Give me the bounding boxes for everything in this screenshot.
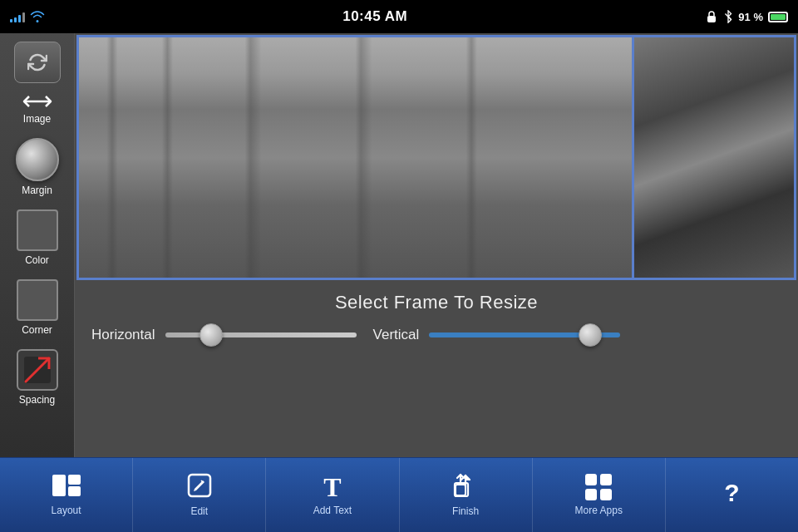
sidebar-item-margin[interactable]: Margin <box>0 131 75 203</box>
more-apps-icon <box>585 474 612 500</box>
color-swatch <box>17 209 58 251</box>
vertical-slider-track[interactable] <box>429 332 620 337</box>
svg-rect-5 <box>52 475 66 496</box>
image-icon <box>22 93 52 110</box>
sidebar: Image Margin Color Corner <box>0 33 75 457</box>
tab-more-apps-label: More Apps <box>575 505 623 516</box>
svg-rect-7 <box>68 486 81 496</box>
vertical-label: Vertical <box>373 327 420 343</box>
tab-add-text-label: Add Text <box>313 505 352 516</box>
help-icon: ? <box>724 480 739 505</box>
margin-label: Margin <box>22 185 52 196</box>
refresh-icon <box>27 52 47 72</box>
bluetooth-icon <box>723 10 733 23</box>
photo-frame-right[interactable] <box>632 37 794 278</box>
wifi-icon <box>30 11 45 22</box>
sidebar-item-corner[interactable]: Corner <box>0 273 75 342</box>
battery-icon <box>768 12 788 22</box>
vertical-slider-thumb[interactable] <box>579 323 602 347</box>
controls-area: Select Frame To Resize Horizontal Vertic… <box>75 282 798 457</box>
battery-percent: 91 % <box>738 11 763 23</box>
margin-knob <box>16 138 59 181</box>
signal-icon <box>10 11 25 22</box>
vertical-slider-group: Vertical <box>373 327 621 343</box>
photo-right-bg <box>634 37 794 278</box>
spacing-label: Spacing <box>19 394 55 406</box>
photo-frame-left[interactable] <box>79 37 632 278</box>
tab-finish[interactable]: Finish <box>400 458 533 532</box>
color-label: Color <box>25 254 49 266</box>
horizontal-label: Horizontal <box>91 327 155 343</box>
tab-help[interactable]: ? <box>666 458 798 532</box>
sidebar-item-image[interactable]: Image <box>0 86 75 131</box>
main-layout: Image Margin Color Corner <box>0 33 798 457</box>
photo-strip[interactable] <box>76 35 796 280</box>
corner-label: Corner <box>22 324 52 336</box>
tab-more-apps[interactable]: More Apps <box>533 458 666 532</box>
image-label: Image <box>23 113 51 125</box>
add-text-icon: T <box>323 474 341 500</box>
horizontal-slider-group: Horizontal <box>91 327 357 343</box>
sidebar-item-color[interactable]: Color <box>0 203 75 273</box>
horizontal-slider-track[interactable] <box>165 332 357 337</box>
svg-rect-0 <box>707 16 716 22</box>
finish-icon <box>453 473 478 501</box>
corner-icon <box>17 279 58 321</box>
tab-bar: Layout Edit T Add Text <box>0 457 798 532</box>
sidebar-item-spacing[interactable]: Spacing <box>0 342 75 412</box>
spacing-icon <box>17 349 58 391</box>
svg-rect-6 <box>68 475 81 485</box>
sliders-row: Horizontal Vertical <box>91 327 781 343</box>
tab-edit-label: Edit <box>190 505 208 517</box>
tab-edit[interactable]: Edit <box>133 458 266 532</box>
svg-rect-10 <box>456 485 466 495</box>
tab-layout-label: Layout <box>52 505 81 516</box>
status-right: 91 % <box>705 10 788 23</box>
layout-icon <box>52 474 81 500</box>
lock-icon <box>705 10 718 23</box>
canvas-area: Select Frame To Resize Horizontal Vertic… <box>75 33 798 457</box>
status-left <box>10 11 45 22</box>
select-frame-text: Select Frame To Resize <box>335 292 538 313</box>
edit-icon <box>187 473 212 501</box>
tab-layout[interactable]: Layout <box>0 458 133 532</box>
tab-add-text[interactable]: T Add Text <box>266 458 399 532</box>
tab-finish-label: Finish <box>452 505 479 517</box>
horizontal-slider-thumb[interactable] <box>200 323 223 347</box>
status-time: 10:45 AM <box>342 8 407 25</box>
refresh-button[interactable] <box>14 42 61 83</box>
photo-left-bg <box>79 37 632 278</box>
status-bar: 10:45 AM 91 % <box>0 0 798 33</box>
